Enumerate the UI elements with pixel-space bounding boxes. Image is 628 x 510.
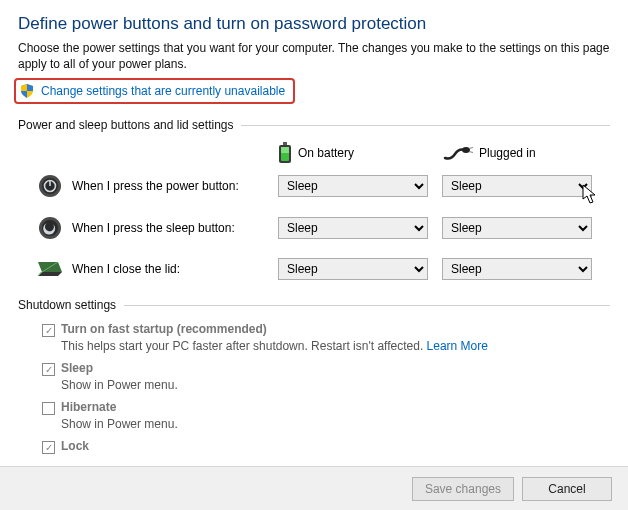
change-settings-link[interactable]: Change settings that are currently unava… — [41, 84, 285, 98]
uac-shield-icon — [19, 83, 35, 99]
fast-startup-checkbox[interactable] — [42, 324, 55, 337]
cancel-button[interactable]: Cancel — [522, 477, 612, 501]
hibernate-label: Hibernate — [61, 400, 116, 414]
close-lid-label: When I close the lid: — [64, 262, 278, 276]
svg-line-6 — [469, 152, 473, 153]
hibernate-checkbox[interactable] — [42, 402, 55, 415]
lock-checkbox[interactable] — [42, 441, 55, 454]
power-button-label: When I press the power button: — [64, 179, 278, 193]
fast-startup-desc: This helps start your PC faster after sh… — [42, 339, 610, 353]
row-power-button: When I press the power button: Sleep Sle… — [18, 174, 610, 198]
hibernate-desc: Show in Power menu. — [42, 417, 610, 431]
laptop-lid-icon — [36, 258, 64, 280]
mouse-cursor-icon — [582, 184, 600, 206]
sleep-button-battery-select[interactable]: Sleep — [278, 217, 428, 239]
save-changes-button[interactable]: Save changes — [412, 477, 514, 501]
fast-startup-label: Turn on fast startup (recommended) — [61, 322, 267, 336]
sleep-button-plugged-select[interactable]: Sleep — [442, 217, 592, 239]
sleep-checkbox[interactable] — [42, 363, 55, 376]
svg-rect-0 — [283, 142, 287, 145]
sleep-label: Sleep — [61, 361, 93, 375]
sleep-button-label: When I press the sleep button: — [64, 221, 278, 235]
column-on-battery: On battery — [278, 142, 443, 164]
lock-label: Lock — [61, 439, 89, 453]
close-lid-battery-select[interactable]: Sleep — [278, 258, 428, 280]
row-close-lid: When I close the lid: Sleep Sleep — [18, 258, 610, 280]
row-sleep-button: When I press the sleep button: Sleep Sle… — [18, 216, 610, 240]
power-button-battery-select[interactable]: Sleep — [278, 175, 428, 197]
section-shutdown-header: Shutdown settings — [18, 298, 610, 312]
column-plugged-in: Plugged in — [443, 142, 608, 164]
footer-bar: Save changes Cancel — [0, 466, 628, 510]
page-description: Choose the power settings that you want … — [18, 40, 610, 72]
page-title: Define power buttons and turn on passwor… — [18, 14, 610, 34]
svg-rect-3 — [281, 147, 289, 153]
power-button-icon — [38, 174, 62, 198]
sleep-desc: Show in Power menu. — [42, 378, 610, 392]
learn-more-link[interactable]: Learn More — [427, 339, 488, 353]
sleep-button-icon — [38, 216, 62, 240]
power-button-plugged-select[interactable]: Sleep — [442, 175, 592, 197]
battery-icon — [278, 142, 292, 164]
svg-line-5 — [469, 148, 473, 149]
plug-icon — [443, 144, 473, 162]
svg-point-4 — [462, 147, 470, 153]
change-settings-highlight: Change settings that are currently unava… — [14, 78, 295, 104]
close-lid-plugged-select[interactable]: Sleep — [442, 258, 592, 280]
section-power-sleep-header: Power and sleep buttons and lid settings — [18, 118, 610, 132]
